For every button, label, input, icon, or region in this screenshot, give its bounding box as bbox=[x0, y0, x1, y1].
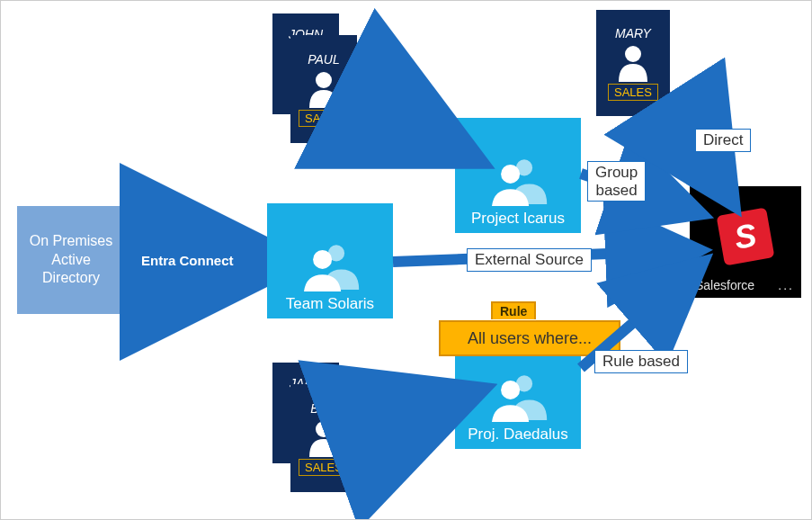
people-icon bbox=[486, 368, 549, 422]
person-icon bbox=[306, 417, 342, 457]
rule-tab: Rule bbox=[491, 301, 536, 319]
more-icon[interactable]: ... bbox=[778, 278, 794, 292]
tag-direct: Direct bbox=[695, 129, 751, 152]
group-label: Team Solaris bbox=[286, 295, 374, 313]
salesforce-icon: S bbox=[717, 208, 775, 266]
svg-point-10 bbox=[316, 421, 332, 437]
user-card-paul: PAUL SALES bbox=[290, 35, 357, 143]
onprem-ad-box: On Premises Active Directory bbox=[17, 206, 125, 314]
group-project-icarus: Project Icarus bbox=[455, 118, 581, 233]
group-label: Project Icarus bbox=[471, 210, 565, 228]
tag-rule-based: Rule based bbox=[594, 350, 688, 373]
user-name: BOB bbox=[310, 401, 337, 416]
svg-point-8 bbox=[316, 72, 332, 88]
arrow-bob-daedalus bbox=[357, 397, 465, 451]
svg-line-12 bbox=[357, 100, 447, 145]
user-card-bob: BOB SALES bbox=[290, 384, 357, 492]
group-label: Proj. Daedalus bbox=[468, 426, 568, 444]
tag-external-source: External Source bbox=[467, 248, 592, 272]
user-name: PAUL bbox=[308, 52, 340, 67]
people-icon bbox=[299, 238, 361, 291]
group-team-solaris: Team Solaris bbox=[267, 203, 393, 318]
svg-point-11 bbox=[625, 46, 641, 62]
svg-point-2 bbox=[313, 250, 332, 269]
svg-line-13 bbox=[357, 402, 447, 435]
svg-point-6 bbox=[501, 381, 520, 399]
user-dept: SALES bbox=[608, 84, 658, 101]
user-name: MARY bbox=[615, 26, 651, 40]
entra-connect-label: Entra Connect bbox=[134, 251, 241, 270]
svg-point-4 bbox=[501, 165, 520, 184]
person-icon bbox=[306, 68, 342, 108]
user-dept: SALES bbox=[299, 110, 349, 127]
people-icon bbox=[486, 152, 549, 206]
user-card-mary: MARY SALES bbox=[596, 10, 670, 116]
user-dept: SALES bbox=[299, 459, 349, 476]
tag-group-based: Group based bbox=[587, 161, 646, 202]
person-icon bbox=[615, 42, 651, 82]
arrow-paul-icarus bbox=[357, 91, 465, 163]
